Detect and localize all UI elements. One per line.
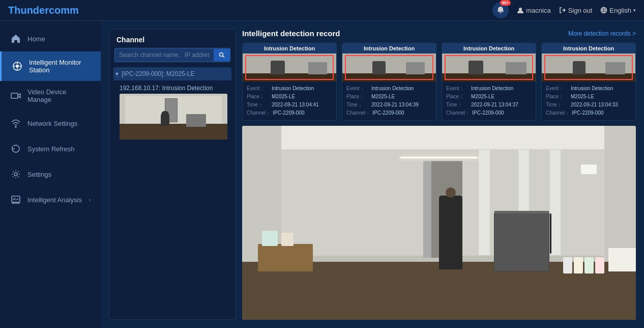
sidebar-label-video-device: Video Device Manage: [27, 88, 91, 103]
sidebar-item-intelligent-analysis[interactable]: Intelligent Analysis ›: [0, 187, 101, 212]
main-video-feed: [242, 126, 636, 320]
content-area: Channel ▾ [IPC-2209-000]: M2025-LE 192.1…: [101, 21, 644, 328]
sidebar: Home Intelligent Monitor Station: [0, 21, 101, 328]
sidebar-label-intelligent-analysis: Intelligent Analysis: [27, 196, 82, 204]
place-value-0: M2025-LE: [272, 93, 295, 101]
notification-count: 99+: [500, 0, 511, 6]
settings-icon: [10, 169, 21, 180]
channel-thumbnail: [120, 94, 227, 140]
logo-prefix: Thunder: [8, 5, 49, 16]
video-device-icon: [10, 90, 21, 101]
sidebar-label-home: Home: [27, 35, 45, 43]
header-actions: 99+ macnica Sign out English ▾: [492, 2, 636, 18]
svg-rect-8: [11, 93, 18, 98]
card-info-0: Event：Intrusion Detection Place：M2025-LE…: [243, 81, 336, 120]
sidebar-label-system-refresh: System Refresh: [27, 145, 74, 153]
more-records-link[interactable]: More detection records >: [568, 30, 636, 37]
svg-point-19: [220, 53, 223, 57]
monitor-icon: [12, 61, 23, 72]
card-info-2: Event：Intrusion Detection Place：M2025-LE…: [442, 81, 536, 120]
channel-title: Channel: [109, 30, 236, 48]
event-value-0: Intrusion Detection: [272, 85, 314, 93]
detection-card-3[interactable]: Intrusion Detection Event：Intrusion Dete…: [541, 43, 636, 121]
language-selector[interactable]: English ▾: [600, 7, 636, 14]
card-header-1: Intrusion Detection: [342, 43, 436, 53]
sidebar-item-network[interactable]: Network Settings: [0, 111, 101, 136]
analysis-icon: [10, 194, 21, 205]
card-header-2: Intrusion Detection: [442, 43, 536, 53]
refresh-icon: [10, 143, 21, 154]
sidebar-item-system-refresh[interactable]: System Refresh: [0, 136, 101, 161]
card-thumb-1: [342, 53, 436, 81]
user-icon: [517, 7, 524, 14]
video-scene: [242, 126, 636, 320]
signout-icon: [559, 7, 566, 14]
card-thumb-2: [442, 53, 536, 81]
svg-line-20: [223, 56, 224, 58]
channel-label: Channel：: [247, 109, 271, 117]
sidebar-label-network: Network Settings: [27, 120, 77, 127]
globe-icon: [600, 7, 607, 14]
user-info: macnica: [517, 7, 550, 14]
sidebar-item-intelligent-monitor[interactable]: Intelligent Monitor Station: [0, 51, 101, 81]
channel-panel: Channel ▾ [IPC-2209-000]: M2025-LE 192.1…: [109, 29, 236, 320]
time-value-0: 2022-09-21 13:04:41: [272, 101, 319, 109]
main-layout: Home Intelligent Monitor Station: [0, 21, 644, 328]
signout-label: Sign out: [568, 7, 593, 14]
svg-point-9: [15, 126, 16, 127]
home-icon: [10, 33, 21, 44]
channel-search-input[interactable]: [115, 48, 214, 62]
analysis-arrow: ›: [89, 197, 91, 203]
detection-cards: Intrusion Detection Event：Intrusion Dete…: [242, 43, 636, 121]
network-icon: [10, 118, 21, 129]
sidebar-label-settings: Settings: [27, 171, 51, 178]
place-label: Place：: [247, 93, 270, 101]
channel-group: ▾ [IPC-2209-000]: M2025-LE 192.168.10.17…: [109, 67, 236, 144]
sidebar-item-video-device[interactable]: Video Device Manage: [0, 81, 101, 111]
detection-header: Intelligent detection record More detect…: [242, 29, 636, 38]
card-header-3: Intrusion Detection: [542, 43, 635, 53]
channel-value-0: IPC-2209-000: [273, 109, 304, 117]
card-thumb-0: [243, 53, 336, 81]
channel-search-button[interactable]: [214, 49, 230, 61]
language-label: English: [609, 7, 631, 14]
detection-card-1[interactable]: Intrusion Detection Event：Intrusion Dete…: [342, 43, 436, 121]
sidebar-item-settings[interactable]: Settings: [0, 161, 101, 187]
channel-search: [114, 48, 230, 62]
username: macnica: [526, 7, 550, 14]
lang-chevron: ▾: [633, 8, 636, 13]
channel-device[interactable]: 192.168.10.17: Intrusion Detection: [113, 83, 231, 144]
logo-suffix: comm: [49, 5, 79, 16]
signout-button[interactable]: Sign out: [559, 7, 593, 14]
bell-icon: [496, 6, 505, 14]
svg-point-3: [16, 65, 19, 68]
detection-card-0[interactable]: Intrusion Detection Event：Intrusion Dete…: [242, 43, 337, 121]
channel-collapse-icon: ▾: [115, 70, 119, 77]
card-info-1: Event：Intrusion Detection Place：M2025-LE…: [342, 81, 436, 120]
header: Thundercomm 99+ macnica Sign out: [0, 0, 644, 21]
time-label: Time：: [247, 101, 270, 109]
svg-point-10: [14, 173, 17, 176]
notification-bell[interactable]: 99+: [492, 2, 509, 18]
sidebar-label-intelligent-monitor: Intelligent Monitor Station: [29, 59, 91, 74]
search-icon: [219, 52, 225, 58]
channel-group-label: [IPC-2209-000]: M2025-LE: [122, 70, 194, 77]
card-thumb-3: [542, 53, 635, 81]
channel-device-label: 192.168.10.17: Intrusion Detection: [120, 85, 227, 92]
logo: Thundercomm: [8, 5, 79, 16]
detection-title: Intelligent detection record: [242, 29, 340, 38]
event-label: Event：: [247, 85, 270, 93]
sidebar-item-home[interactable]: Home: [0, 26, 101, 51]
channel-group-header[interactable]: ▾ [IPC-2209-000]: M2025-LE: [113, 67, 231, 80]
right-panel: Intelligent detection record More detect…: [242, 29, 636, 320]
card-info-3: Event：Intrusion Detection Place：M2025-LE…: [542, 81, 635, 120]
detection-card-2[interactable]: Intrusion Detection Event：Intrusion Dete…: [442, 43, 536, 121]
card-header-0: Intrusion Detection: [243, 43, 336, 53]
